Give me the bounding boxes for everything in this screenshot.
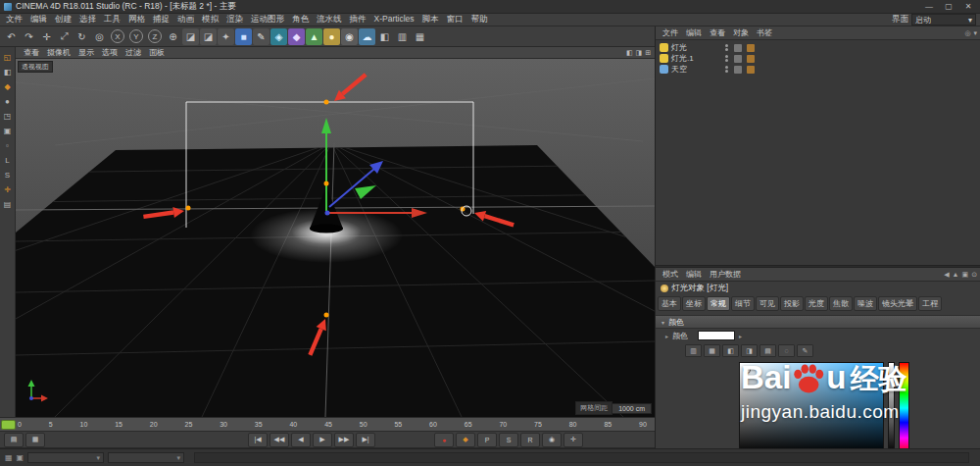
attribute-tab[interactable]: 镜头光晕 [878,296,917,311]
keyframe-button[interactable]: P [477,433,497,447]
tag-icon-2[interactable] [747,55,755,63]
toolbar-button[interactable]: ▲ [306,28,322,45]
visibility-dots[interactable] [725,44,728,51]
viewport-menu-item[interactable]: 查看 [20,47,43,58]
color-section-header[interactable]: ▾ 颜色 [656,315,980,329]
value-slider[interactable] [888,362,895,454]
light-handle-top[interactable] [324,100,329,105]
attribute-tab[interactable]: 光度 [805,296,828,311]
tag-icon[interactable] [734,55,742,63]
toolbar-button[interactable]: ✦ [218,28,234,45]
view-layout-icon[interactable]: ◧ [626,49,633,57]
object-name[interactable]: 天空 [671,64,710,75]
keyframe-button[interactable]: ● [434,433,454,447]
object-manager-menu-item[interactable]: 编辑 [682,27,706,38]
menu-item[interactable]: 文件 [2,14,26,26]
playback-button[interactable]: |◀ [248,433,268,447]
playback-button[interactable]: ▶▶ [334,433,354,447]
playback-button[interactable]: ◀ [291,433,311,447]
attribute-tab[interactable]: 细节 [731,296,755,311]
mode-tool-button[interactable]: ● [2,95,14,107]
panel-icon[interactable]: ◎ [964,29,970,37]
picker-mode-icon[interactable]: ◨ [741,344,758,357]
toolbar-button[interactable]: ◎ [91,28,108,45]
attribute-tab[interactable]: 坐标 [682,296,706,311]
mode-tool-button[interactable]: ▤ [2,198,14,210]
toolbar-button[interactable]: ● [323,28,340,45]
status-icon-grid[interactable]: ▦ [5,453,13,462]
toolbar-button[interactable]: ✎ [253,28,270,45]
panel-icon[interactable]: ⊙ [971,271,977,279]
object-manager-menu-item[interactable]: 查看 [706,27,729,38]
playback-button[interactable]: ◀◀ [270,433,289,447]
mode-tool-button[interactable]: ◳ [2,110,14,122]
attribute-tab[interactable]: 噪波 [854,296,877,311]
panel-icon[interactable]: ◀ [944,271,949,279]
picker-mode-icon[interactable]: ▤ [760,344,776,357]
visibility-dots[interactable] [725,55,728,62]
playback-button[interactable]: ▶ [313,433,332,447]
toolbar-button[interactable]: ▥ [394,28,411,45]
status-icon-layer[interactable]: ▣ [17,453,24,462]
keyframe-button[interactable]: R [520,433,540,447]
toolbar-button[interactable]: ↻ [74,28,90,45]
toolbar-button[interactable]: X [111,29,124,43]
keyframe-button[interactable]: ◆ [456,433,475,447]
view-layout-icon[interactable]: ◨ [636,49,643,57]
attribute-tab[interactable]: 焦散 [829,296,853,311]
menu-item[interactable]: 渲染 [222,14,247,26]
tag-icon[interactable] [734,44,742,52]
mode-tool-button[interactable]: ◆ [2,80,14,92]
toolbar-button[interactable]: ✛ [38,28,55,45]
viewport-menu-item[interactable]: 显示 [74,47,98,58]
mode-tool-button[interactable]: ▫ [2,139,14,151]
menu-item[interactable]: 帮助 [467,14,492,26]
object-manager-menu-item[interactable]: 文件 [659,27,682,38]
keyframe-button[interactable]: S [499,433,518,447]
saturation-value-square[interactable] [739,362,884,454]
close-button[interactable]: ✕ [960,2,976,11]
visibility-dots[interactable] [725,66,728,73]
color-swatch[interactable] [698,331,735,340]
gizmo-center[interactable] [325,211,330,216]
picker-mode-icon[interactable]: ▦ [704,344,720,357]
toolbar-button[interactable]: ◈ [270,28,287,45]
toolbar-button[interactable]: Y [129,29,143,43]
picker-mode-icon[interactable]: ◌ [778,344,795,357]
object-manager-menu-item[interactable]: 书签 [753,27,776,38]
menu-item[interactable]: 插件 [346,14,370,26]
picker-mode-icon[interactable]: ◧ [722,344,739,357]
panel-icon[interactable]: ▣ [962,271,969,279]
attribute-menu-item[interactable]: 用户数据 [706,269,745,280]
menu-item[interactable]: 运动图形 [247,14,288,26]
toolbar-button[interactable]: Z [148,29,162,43]
timeline-option-button[interactable]: ▦ [25,433,45,447]
playback-button[interactable]: ▶| [356,433,375,447]
menu-item[interactable]: X-Particles [370,14,418,26]
maximize-button[interactable]: ▢ [941,2,956,11]
attribute-tab[interactable]: 基本 [658,296,681,311]
menu-item[interactable]: 网格 [124,14,149,26]
attribute-tab[interactable]: 常规 [707,296,730,311]
mode-tool-button[interactable]: ✛ [2,183,14,195]
layout-select[interactable]: 启动 ▾ [911,14,976,26]
attribute-tab[interactable]: 可见 [756,296,779,311]
chevron-right-icon[interactable]: ▸ [739,333,742,339]
toolbar-button[interactable]: ↶ [3,28,20,45]
timeline-ruler[interactable]: 051015202530354045505560657075808590 [0,417,655,432]
object-name[interactable]: 灯光.1 [671,53,710,64]
viewport-canvas[interactable]: 透视视图 网格间距 1000 cm [16,59,655,417]
toolbar-button[interactable]: ◉ [341,28,358,45]
status-dropdown-1[interactable]: ▾ [27,452,104,463]
viewport-menu-item[interactable]: 摄像机 [43,47,74,58]
toolbar-button[interactable]: ☁ [359,28,375,45]
light-handle-left[interactable] [186,206,191,211]
keyframe-button[interactable]: ◉ [542,433,562,447]
keyframe-button[interactable]: ✛ [564,433,583,447]
toolbar-button[interactable]: ◪ [182,28,199,45]
timeline-option-button[interactable]: ▤ [4,433,24,447]
toolbar-button[interactable]: ■ [235,28,252,45]
attribute-tab[interactable]: 投影 [780,296,804,311]
light-origin-handle[interactable] [324,181,329,186]
menu-item[interactable]: 捕捉 [149,14,173,26]
